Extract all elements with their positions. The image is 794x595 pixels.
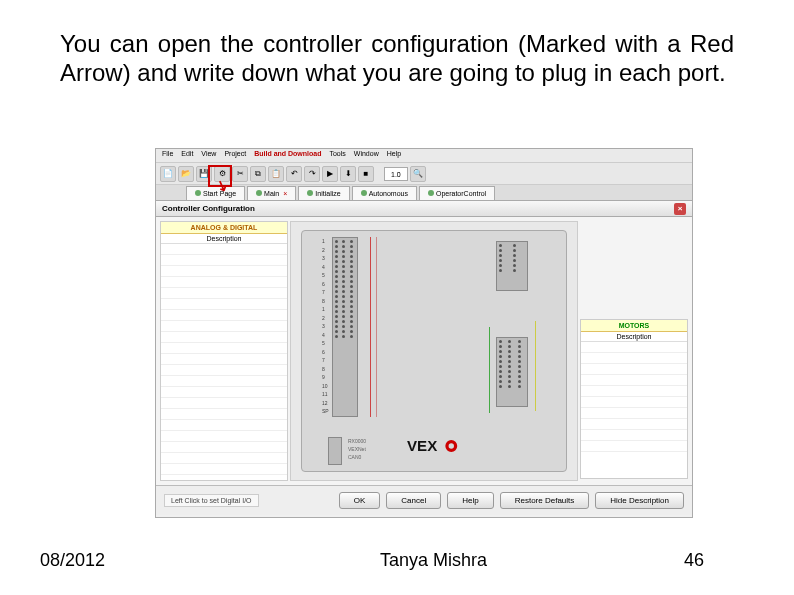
toolbar-download-icon[interactable]: ⬇ [340, 166, 356, 182]
port-block-right-top[interactable] [496, 241, 528, 291]
toolbar-zoomin-icon[interactable]: 🔍 [410, 166, 426, 182]
table-row[interactable] [161, 442, 287, 453]
config-body: ANALOG & DIGITAL Description 12345678123… [156, 217, 692, 485]
toolbar-undo-icon[interactable]: ↶ [286, 166, 302, 182]
help-button[interactable]: Help [447, 492, 493, 509]
left-panel-title: ANALOG & DIGITAL [161, 222, 287, 234]
menu-item-file[interactable]: File [162, 150, 173, 161]
table-row[interactable] [581, 386, 687, 397]
tab-dot-icon [361, 190, 367, 196]
table-row[interactable] [581, 342, 687, 353]
tab-dot-icon [256, 190, 262, 196]
table-row[interactable] [161, 343, 287, 354]
port-numbers: 12345678123456789101112SP [322, 237, 329, 416]
table-row[interactable] [161, 266, 287, 277]
table-row[interactable] [581, 353, 687, 364]
hint-text: Left Click to set Digital I/O [164, 494, 259, 507]
table-row[interactable] [161, 299, 287, 310]
table-row[interactable] [581, 375, 687, 386]
port-block-left[interactable] [332, 237, 358, 417]
table-row[interactable] [581, 430, 687, 441]
vex-logo: VEX [399, 435, 469, 457]
table-row[interactable] [581, 397, 687, 408]
footer-page: 46 [634, 550, 754, 571]
zoom-select[interactable]: 1.0 [384, 167, 408, 181]
toolbar-build-icon[interactable]: ▶ [322, 166, 338, 182]
toolbar-redo-icon[interactable]: ↷ [304, 166, 320, 182]
svg-point-1 [447, 442, 456, 451]
config-title: Controller Configuration [162, 204, 255, 213]
right-panel-sub: Description [581, 332, 687, 342]
digital-line [376, 237, 377, 417]
table-row[interactable] [161, 244, 287, 255]
table-row[interactable] [581, 408, 687, 419]
table-row[interactable] [161, 288, 287, 299]
table-row[interactable] [161, 255, 287, 266]
slide-footer: 08/2012 Tanya Mishra 46 [0, 550, 794, 571]
cancel-button[interactable]: Cancel [386, 492, 441, 509]
app-screenshot: File Edit View Project Build and Downloa… [155, 148, 693, 518]
right-panel-title: MOTORS [581, 320, 687, 332]
controller-body: 12345678123456789101112SP RX0000 [301, 230, 567, 472]
controller-diagram: 12345678123456789101112SP RX0000 [290, 221, 578, 481]
table-row[interactable] [161, 464, 287, 475]
toolbar-new-icon[interactable]: 📄 [160, 166, 176, 182]
table-row[interactable] [161, 321, 287, 332]
tab-operatorcontrol[interactable]: OperatorControl [419, 186, 495, 200]
left-panel-rows [161, 244, 287, 475]
toolbar-stop-icon[interactable]: ■ [358, 166, 374, 182]
restore-defaults-button[interactable]: Restore Defaults [500, 492, 590, 509]
right-panel-rows [581, 342, 687, 452]
table-row[interactable] [161, 365, 287, 376]
toolbar-copy-icon[interactable]: ⧉ [250, 166, 266, 182]
config-titlebar: Controller Configuration × [156, 201, 692, 217]
table-row[interactable] [581, 364, 687, 375]
toolbar-paste-icon[interactable]: 📋 [268, 166, 284, 182]
close-button[interactable]: × [674, 203, 686, 215]
menubar: File Edit View Project Build and Downloa… [156, 149, 692, 163]
table-row[interactable] [161, 354, 287, 365]
table-row[interactable] [161, 387, 287, 398]
menu-item-project[interactable]: Project [224, 150, 246, 161]
footer-author: Tanya Mishra [240, 550, 634, 571]
menu-item-help[interactable]: Help [387, 150, 401, 161]
toolbar-save-icon[interactable]: 💾 [196, 166, 212, 182]
port-block-right-bot[interactable] [496, 337, 528, 407]
ok-button[interactable]: OK [339, 492, 381, 509]
table-row[interactable] [161, 453, 287, 464]
table-row[interactable] [161, 409, 287, 420]
analog-line [370, 237, 371, 417]
table-row[interactable] [161, 277, 287, 288]
toolbar-cut-icon[interactable]: ✂ [232, 166, 248, 182]
table-row[interactable] [161, 431, 287, 442]
menu-item-view[interactable]: View [201, 150, 216, 161]
bottom-connector-port [328, 437, 342, 465]
tab-autonomous[interactable]: Autonomous [352, 186, 417, 200]
menu-item-tools[interactable]: Tools [329, 150, 345, 161]
table-row[interactable] [581, 441, 687, 452]
tab-main[interactable]: Main× [247, 186, 296, 200]
motors-panel: MOTORS Description [580, 319, 688, 479]
table-row[interactable] [161, 332, 287, 343]
toolbar-open-icon[interactable]: 📂 [178, 166, 194, 182]
tab-label: OperatorControl [436, 190, 486, 197]
slide-text: You can open the controller configuratio… [0, 0, 794, 98]
table-row[interactable] [161, 376, 287, 387]
table-row[interactable] [161, 420, 287, 431]
hide-description-button[interactable]: Hide Description [595, 492, 684, 509]
table-row[interactable] [161, 310, 287, 321]
tab-initialize[interactable]: Initialize [298, 186, 349, 200]
svg-text:VEX: VEX [407, 437, 437, 454]
tab-label: Main [264, 190, 279, 197]
menu-item-edit[interactable]: Edit [181, 150, 193, 161]
menu-item-build[interactable]: Build and Download [254, 150, 321, 161]
table-row[interactable] [581, 419, 687, 430]
menu-item-window[interactable]: Window [354, 150, 379, 161]
button-bar: Left Click to set Digital I/O OK Cancel … [156, 485, 692, 515]
tab-dot-icon [428, 190, 434, 196]
table-row[interactable] [161, 398, 287, 409]
close-icon[interactable]: × [283, 190, 287, 197]
i2c-line [535, 321, 536, 411]
footer-date: 08/2012 [40, 550, 240, 571]
tabbar: Start Page Main× Initialize Autonomous O… [156, 185, 692, 201]
